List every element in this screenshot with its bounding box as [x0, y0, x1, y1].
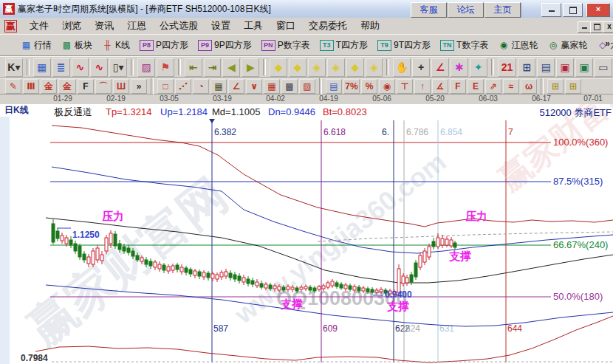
menu-window[interactable]: 窗口	[270, 18, 302, 34]
wave-tool[interactable]: ω	[521, 79, 537, 94]
menu-formula-stockpick[interactable]: 公式选股	[153, 18, 205, 34]
fibonacci-tool[interactable]: F	[78, 79, 94, 94]
zoom-diamond-6[interactable]: ◈	[366, 58, 383, 77]
angle-line-tool[interactable]: ∠	[228, 79, 244, 94]
data-list-icon[interactable]: ▤	[326, 79, 342, 94]
crosshair-tool[interactable]: +	[412, 58, 430, 77]
close-button[interactable]: ×	[586, 3, 610, 17]
gold-e-tool[interactable]: E	[468, 79, 484, 94]
candle-body	[118, 244, 121, 250]
kline-button[interactable]: ╫K线	[100, 38, 131, 52]
pen-tool[interactable]: ✎	[5, 79, 21, 94]
gold-circle-tool[interactable]: ◉	[379, 79, 395, 94]
menu-tools[interactable]: 工具	[237, 18, 270, 34]
save-icon[interactable]: ▣	[556, 58, 574, 77]
toolbar-separator	[151, 78, 154, 95]
fib-f-tool[interactable]: F	[450, 79, 466, 94]
arc-tool[interactable]: ⌒	[95, 79, 112, 94]
t-square-button[interactable]: T3T四方形	[318, 38, 369, 52]
rect-tool[interactable]: □	[157, 79, 174, 94]
zoom-diamond-4[interactable]: ◈	[327, 58, 345, 77]
menu-gann[interactable]: 江恩	[120, 18, 153, 34]
hatch-tool[interactable]: ▨	[299, 79, 315, 94]
zoom-diamond-2[interactable]: ◆	[289, 58, 306, 77]
annotation-label: 压力	[465, 210, 487, 222]
zoom-diamond-1[interactable]: ◆	[270, 58, 287, 77]
service-button[interactable]: 客服	[411, 2, 447, 18]
gann-wheel-button[interactable]: ◉江恩轮	[496, 38, 539, 52]
calculator-icon[interactable]: ⊞	[518, 58, 535, 77]
menu-file[interactable]: 文件	[23, 18, 55, 34]
first-page-button[interactable]: ⇤	[185, 58, 202, 77]
hand-tool[interactable]: ✋	[393, 58, 411, 77]
calendar-icon[interactable]: 21	[498, 58, 517, 77]
hexagon-button[interactable]: ◇六角形	[595, 38, 613, 52]
volume-chart-icon[interactable]: ∿	[90, 58, 108, 77]
menu-trade[interactable]: 交易委托	[302, 18, 354, 34]
menu-info[interactable]: 资讯	[88, 18, 120, 34]
angle-a-tool[interactable]: ∡	[432, 79, 448, 94]
more-draw-tools-button[interactable]: »	[131, 79, 147, 94]
dense-grid-tool[interactable]: ▦	[264, 79, 280, 94]
homepage-button[interactable]: 主页	[484, 2, 521, 18]
arrow-candle-tool[interactable]: ↑	[414, 79, 431, 94]
p-number-table-button[interactable]: PNP数字表	[260, 38, 312, 52]
child-close-button[interactable]: x	[603, 21, 613, 33]
crosshatch-tool[interactable]: ▦	[210, 79, 227, 94]
dark-grid-tool[interactable]: ▩	[281, 79, 298, 94]
v-line-tool[interactable]: ∨	[246, 79, 262, 94]
golden-grid-tool[interactable]: 金	[58, 79, 76, 94]
intraday-chart-icon[interactable]: ∿	[72, 58, 89, 77]
channel-tool[interactable]: ≈	[503, 79, 519, 94]
prev-bar-button[interactable]: ◀	[222, 58, 240, 77]
zoom-diamond-5[interactable]: ◆	[346, 58, 364, 77]
candle-style-dropdown[interactable]: ▯▾	[109, 58, 127, 77]
smart-analysis-icon[interactable]: ✦	[470, 58, 487, 77]
chart-window-icon[interactable]: ▦	[33, 58, 51, 77]
toolbar-separator	[27, 59, 30, 75]
t-number-table-button[interactable]: TNT数字表	[439, 38, 490, 52]
market-quotes-button[interactable]: ▦行情	[19, 38, 53, 52]
restore-button[interactable]	[563, 3, 583, 17]
winner-wheel-button[interactable]: ◎赢家轮	[546, 38, 589, 52]
minimize-button[interactable]	[541, 3, 561, 17]
sector-tool[interactable]: ◔	[193, 79, 209, 94]
gold-bar-tool[interactable]: ⊤	[397, 79, 413, 94]
advance-tool[interactable]: ⇗	[485, 79, 501, 94]
zoom-diamond-3[interactable]: ◈	[308, 58, 326, 77]
menu-settings[interactable]: 设置	[205, 18, 237, 34]
nine-p-square-button[interactable]: P99P四方形	[196, 38, 253, 52]
menu-help[interactable]: 帮助	[354, 18, 386, 34]
percent-tool[interactable]: %	[361, 79, 377, 94]
kline-period-dropdown[interactable]: K▾	[5, 58, 23, 77]
next-bar-button[interactable]: ▶	[242, 58, 259, 77]
yellow-grid-tool[interactable]: ⊞	[547, 79, 564, 94]
candle-body	[300, 287, 303, 289]
time-lines-tool[interactable]: Ш	[113, 79, 129, 94]
menu-browse[interactable]: 浏览	[55, 18, 88, 34]
signal-flag-icon[interactable]: ⚑	[157, 58, 174, 77]
f10-report-icon[interactable]: ≣	[52, 58, 70, 77]
sector-board-button[interactable]: ▩板块	[60, 38, 94, 52]
ray-fan-tool[interactable]: ⋰	[175, 79, 191, 94]
golden-section-tool[interactable]: 金	[41, 79, 57, 94]
yellow-grid2-tool[interactable]: ⊞	[565, 79, 581, 94]
percent-seven-tool[interactable]: 7%	[343, 79, 360, 94]
pattern-tool-icon[interactable]: ▨	[137, 58, 155, 77]
nine-t-square-button[interactable]: T99T四方形	[376, 38, 432, 52]
cycle-tool[interactable]: ✱	[451, 58, 468, 77]
last-page-button[interactable]: ⇥	[204, 58, 222, 77]
child-minimize-button[interactable]	[578, 21, 591, 33]
printer-icon[interactable]: ▭	[595, 58, 612, 77]
child-restore-button[interactable]	[590, 21, 603, 33]
p-square-button[interactable]: P8P四方形	[138, 38, 190, 52]
save-chart-icon[interactable]: ▣	[575, 58, 593, 77]
toolbar-overflow-button[interactable]: »	[605, 38, 610, 49]
candle-body	[202, 272, 205, 277]
notebook-icon[interactable]: ▤	[537, 58, 555, 77]
parallel-lines-tool[interactable]: Ⅲ	[23, 79, 39, 94]
percent-level-label: 100.0%(360)	[553, 137, 608, 148]
candle-body	[233, 275, 236, 279]
measure-tool[interactable]: ∠	[431, 58, 449, 77]
forum-button[interactable]: 论坛	[448, 2, 484, 18]
